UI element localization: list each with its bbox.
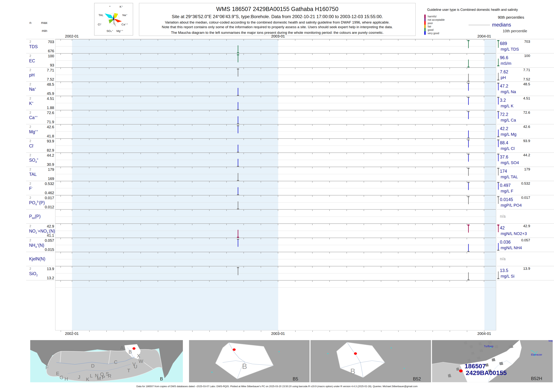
percentile-summary-whisker	[497, 124, 499, 139]
sample-whisker	[467, 39, 470, 54]
drainage-region-letter-P: P	[102, 375, 105, 380]
mid-gridline	[55, 231, 496, 231]
p90-value: 0.532	[508, 182, 530, 186]
max-value: 13.9	[34, 267, 54, 271]
summary-cell: 0.497mg/L F0.532	[497, 181, 554, 195]
parameter-label-cell: 2 703 TDS 676	[26, 39, 55, 53]
median-value: 42.2	[500, 126, 508, 131]
summary-cell: 689mg/L TDS703	[497, 39, 554, 53]
place-label-turfloop: Turfloop	[484, 345, 493, 348]
maucha-wedge-cl	[109, 19, 114, 23]
parameter-row: 2 42.6 Mg++ 41.8 42.2mg/L Mg42.6	[0, 124, 554, 138]
p90-value: 4.51	[508, 96, 530, 100]
maucha-wedge-ca	[114, 19, 122, 22]
min-value: 7.52	[34, 77, 54, 82]
guideline-swatch-fair	[424, 25, 426, 28]
maucha-k-label: K⁺	[120, 5, 123, 8]
sample-whisker	[467, 153, 470, 167]
sample-whisker	[237, 196, 239, 210]
parameter-row: 2 703 TDS 676 689mg/L TDS703	[0, 39, 554, 53]
sample-whisker	[237, 181, 239, 196]
parameter-row: 2 7.71 pH 7.52 7.62pH7.717.52	[0, 67, 554, 82]
no-data-label: n/a	[500, 214, 506, 219]
sample-whisker	[467, 68, 470, 82]
min-value: 0.462	[34, 191, 54, 195]
median-legend-label: medians	[492, 22, 511, 28]
unit-label: mgN/L NO2+3	[501, 231, 527, 236]
percentile-summary-whisker	[497, 224, 499, 238]
unit-label: mg/L Cl	[501, 146, 515, 151]
unit-label: mgN/L NH4	[501, 245, 522, 250]
mid-gridline	[55, 287, 496, 288]
maucha-cl-label: Cl⁻	[98, 23, 102, 26]
guideline-swatch-harmful	[424, 14, 426, 18]
percentile-summary-whisker	[497, 82, 499, 96]
sample-whisker	[467, 82, 470, 96]
parameter-label-cell: 2 42.9 NO2-+NO3-(N) 41.1	[26, 224, 55, 238]
sample-whisker	[467, 125, 470, 139]
percentile-summary-whisker	[497, 195, 499, 210]
site-code-label: 2429BA00155	[466, 369, 507, 377]
parameter-label-cell: 2 93.9 Cl- 82.9	[26, 138, 55, 153]
percentile-summary-whisker	[497, 167, 499, 181]
mid-gridline	[55, 273, 496, 273]
parameter-label-cell: 2 13.9 SiO2 13.2	[26, 266, 55, 280]
maucha-wedge-tal	[105, 14, 114, 19]
note-line-2: Note that this report contains only some…	[139, 25, 415, 29]
mid-gridline	[55, 146, 496, 146]
timeline-strip	[55, 209, 496, 224]
summary-cell: n/a	[497, 252, 554, 266]
median-value: 72.2	[500, 112, 508, 117]
axis-year-top-2002: 2002-01	[65, 34, 79, 38]
drainage-region-letter-R: R	[108, 373, 111, 379]
sample-whisker	[467, 181, 470, 196]
median-legend-line	[469, 25, 490, 25]
parameter-name: Mg++	[29, 129, 38, 134]
min-value: 1.88	[34, 106, 54, 110]
axis-year-bottom-2002: 2002-01	[65, 331, 79, 336]
timeline-strip	[55, 110, 496, 124]
parameter-row: 2 13.9 SiO2 13.2 13.5mg/L Si13.9	[0, 266, 554, 280]
drainage-region-letter-A: A	[120, 345, 123, 350]
p90-value: 0.057	[508, 238, 530, 242]
map-panel-country: ABXWCVDUFTEQSRNLPJMGHK B	[30, 340, 183, 382]
parameter-label-cell: 2 0.532 F- 0.462	[26, 181, 55, 195]
guideline-title: Guideline user type is Combined domestic…	[427, 8, 518, 12]
sample-count: 2	[29, 69, 31, 72]
timeline-strip	[55, 181, 496, 195]
sample-count: 2	[29, 239, 31, 242]
p90-value: 179	[508, 167, 530, 171]
parameter-name: TAL	[29, 172, 37, 177]
parameter-label-cell: Ptot(P)	[26, 209, 55, 224]
parameter-name: Ca++	[29, 115, 38, 120]
min-value: 0.012	[34, 205, 54, 209]
max-value: 44.2	[34, 153, 54, 158]
parameter-label-cell	[26, 280, 55, 330]
map4-corner-label: B52H	[531, 376, 542, 381]
sample-whisker	[467, 196, 470, 210]
summary-cell: 0.036mgN/L NH40.057	[497, 238, 554, 252]
timeline-strip	[55, 153, 496, 167]
drainage-region-letter-D: D	[91, 363, 95, 369]
max-value: 0.532	[34, 182, 54, 186]
median-value: 42	[500, 225, 505, 231]
percentile-summary-whisker	[497, 110, 499, 124]
parameter-row: 2 0.532 F- 0.462 0.497mg/L F0.532	[0, 181, 554, 195]
parameter-label-cell: KjelN(N)	[26, 252, 55, 266]
drainage-region-letter-M: M	[97, 375, 101, 381]
sample-count: 2	[29, 267, 31, 271]
parameter-row: 2 0.017 PO43-(P) 0.012 0.0145mgP/L PO40.…	[0, 195, 554, 209]
sample-whisker	[467, 110, 470, 125]
p90-value: 44.2	[508, 153, 530, 157]
sample-whisker	[237, 153, 239, 167]
sample-count: 2	[29, 125, 31, 129]
sample-count: 2	[29, 168, 31, 171]
sample-whisker	[467, 54, 470, 68]
timeline-strip	[55, 96, 496, 110]
percentile-summary-whisker	[497, 96, 499, 110]
axis-year-bottom-2004: 2004-01	[477, 331, 491, 336]
summary-cell: 37.6mg/L SO444.2	[497, 153, 554, 167]
map1-corner-label: B	[160, 376, 163, 382]
mid-gridline	[55, 217, 496, 217]
sample-count: 2	[29, 97, 31, 100]
